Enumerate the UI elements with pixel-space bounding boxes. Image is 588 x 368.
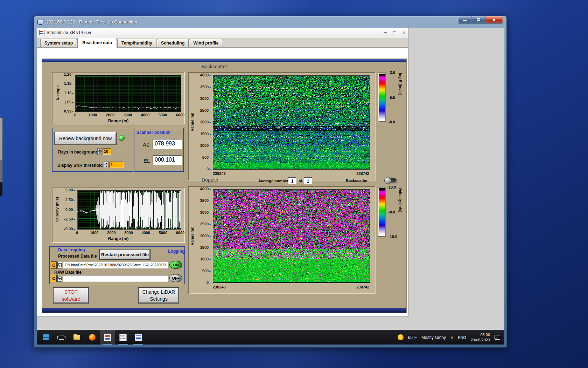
- raw-browse-icon[interactable]: [57, 275, 62, 282]
- tick-label: 500: [202, 156, 211, 159]
- processed-path-field[interactable]: C:\Lidar\Data\Proc\2023\202308\20230823\…: [63, 262, 168, 268]
- tick-label: 1500: [200, 132, 211, 136]
- streamline-taskbar-button[interactable]: [100, 330, 115, 345]
- snr-spinner[interactable]: [104, 162, 108, 168]
- snr-threshold-field[interactable]: 1: [109, 162, 124, 168]
- backscatter-y-axis-label: Range (m): [190, 75, 195, 169]
- change-lidar-settings-button[interactable]: Change LiDAR Settings: [139, 288, 179, 303]
- processed-logging-on-led[interactable]: ON: [169, 261, 182, 269]
- az-value-field[interactable]: 078.993: [153, 139, 182, 149]
- tick-label: 1000: [200, 144, 211, 148]
- background-status-led[interactable]: [119, 135, 125, 141]
- tick-label: 3000: [122, 231, 134, 235]
- processed-browse-icon[interactable]: [57, 262, 62, 268]
- velocity-x-ticks: 0100020003000400050006000: [71, 231, 186, 235]
- rdp-computer-icon: [37, 20, 43, 24]
- tick-label: 3000: [200, 97, 211, 101]
- tab-temp-humidity[interactable]: Temp/humidity: [117, 39, 156, 47]
- renew-background-button[interactable]: Renew background now: [55, 132, 116, 145]
- remote-desktop-screen: StreamLine XR v14-6.vi × System setup Re…: [37, 28, 504, 345]
- raw-path-field[interactable]: [63, 275, 168, 282]
- decrement-icon[interactable]: [104, 165, 108, 169]
- background-controls-box: Renew background now Rays in background …: [52, 128, 133, 172]
- app-titlebar[interactable]: StreamLine XR v14-6.vi: [37, 28, 408, 37]
- hidden-icons-chevron[interactable]: ∧: [450, 335, 453, 340]
- firefox-button[interactable]: [84, 330, 100, 345]
- of-label: of: [299, 179, 302, 183]
- rdp-titlebar[interactable]: 192.168.0.122 - Remote Desktop Connectio…: [34, 16, 506, 28]
- scanner-position-title: Scanner position: [136, 130, 170, 135]
- tick-label: 1.10: [64, 91, 74, 95]
- backscatter-toggle-switch[interactable]: [385, 178, 397, 182]
- tick-label: 4000: [140, 231, 152, 235]
- tick-label: -5.00: [64, 227, 75, 231]
- velocity-y-ticks: 5.002.500.00-2.50-5.00: [60, 188, 75, 231]
- tab-system-setup[interactable]: System setup: [40, 39, 77, 47]
- raw-drive-selector[interactable]: C: [51, 275, 57, 282]
- tick-label: -2.50: [64, 217, 75, 221]
- rays-in-background-field[interactable]: 10: [103, 148, 111, 155]
- tick-label: 5000: [157, 113, 169, 117]
- data-logging-title: Data Logging: [58, 247, 85, 252]
- tick-label: 0.00: [65, 208, 75, 212]
- scan-scheduler-taskbar-button[interactable]: Scan sched: [115, 330, 131, 345]
- backscatter-toggle-label: Backscatter: [346, 178, 368, 183]
- tick-label: 6000: [174, 113, 186, 117]
- rdp-maximize-button[interactable]: [471, 16, 485, 23]
- tick-label: 1500: [200, 246, 211, 250]
- app-restore-icon[interactable]: [393, 31, 396, 34]
- rdp-close-button[interactable]: ×: [485, 16, 503, 23]
- raw-logging-off-led[interactable]: OFF: [169, 274, 182, 282]
- app-close-icon[interactable]: ×: [402, 30, 405, 35]
- ascope-x-axis-label: Range (m): [52, 118, 184, 123]
- tick-label: 500: [202, 269, 211, 273]
- doppler-title: Doppler: [202, 177, 219, 183]
- tick-label: 5.00: [65, 188, 75, 192]
- increment-icon[interactable]: [104, 162, 108, 165]
- tab-real-time-data[interactable]: Real time data: [77, 38, 117, 48]
- language-indicator[interactable]: ENG: [458, 335, 466, 340]
- streamline-app-window: StreamLine XR v14-6.vi × System setup Re…: [37, 28, 408, 317]
- tick-label: 0.99: [64, 109, 74, 113]
- tick-label: 1.15: [64, 82, 74, 86]
- stop-software-button[interactable]: STOP software: [54, 288, 89, 303]
- start-button[interactable]: [38, 330, 54, 345]
- ascope-x-ticks: 0100020003000400050006000: [69, 113, 186, 117]
- clock[interactable]: 03:00 23/08/2023: [471, 332, 490, 343]
- tick-label: 4000: [200, 187, 211, 191]
- processed-drive-selector[interactable]: C: [51, 261, 57, 269]
- tab-content: A-scope 1.201.151.101.050.99 01000200030…: [37, 48, 408, 316]
- average-total-field[interactable]: 1: [304, 177, 312, 184]
- notification-center-icon[interactable]: [495, 335, 500, 340]
- taskbar: Scan sched 65°F Mostly sunny ∧ ENG 03:00…: [37, 330, 504, 345]
- restart-processed-file-button[interactable]: Restart processed file: [100, 250, 150, 259]
- scanner-position-box: Scanner position AZ 078.993 EL 000.101: [134, 128, 184, 172]
- backscatter-x-start: 238243: [213, 171, 226, 176]
- ascope-trace: [76, 75, 181, 111]
- tick-label: 1.20: [64, 73, 74, 76]
- tick-label: 5000: [157, 231, 169, 235]
- decrement-icon[interactable]: [97, 152, 102, 155]
- task-view-icon: [59, 335, 64, 340]
- tab-scheduling[interactable]: Scheduling: [157, 39, 189, 47]
- task-view-button[interactable]: [54, 330, 69, 345]
- tab-wind-profile[interactable]: Wind profile: [189, 39, 223, 47]
- app-minimize-icon[interactable]: [384, 32, 387, 33]
- increment-icon[interactable]: [97, 148, 102, 152]
- average-number-field[interactable]: 1: [288, 177, 296, 184]
- change-button-line2: Settings: [150, 295, 168, 302]
- rays-spinner[interactable]: [97, 148, 102, 155]
- tick-label: 3000: [122, 113, 134, 117]
- backscatter-x-labels: 238243 238742: [213, 171, 369, 176]
- rdp-window: 192.168.0.122 - Remote Desktop Connectio…: [34, 16, 507, 348]
- document-app-taskbar-button[interactable]: [131, 330, 146, 345]
- ascope-y-ticks: 1.201.151.101.050.99: [60, 73, 74, 113]
- file-explorer-button[interactable]: [69, 330, 84, 345]
- weather-description[interactable]: Mostly sunny: [421, 335, 446, 340]
- el-value-field[interactable]: 000.101: [153, 155, 182, 165]
- average-number-label: Average number: [258, 179, 288, 183]
- weather-temperature[interactable]: 65°F: [408, 335, 417, 340]
- tick-label: 3500: [200, 199, 211, 203]
- weather-sun-icon[interactable]: [398, 334, 404, 340]
- rdp-minimize-button[interactable]: [458, 16, 471, 23]
